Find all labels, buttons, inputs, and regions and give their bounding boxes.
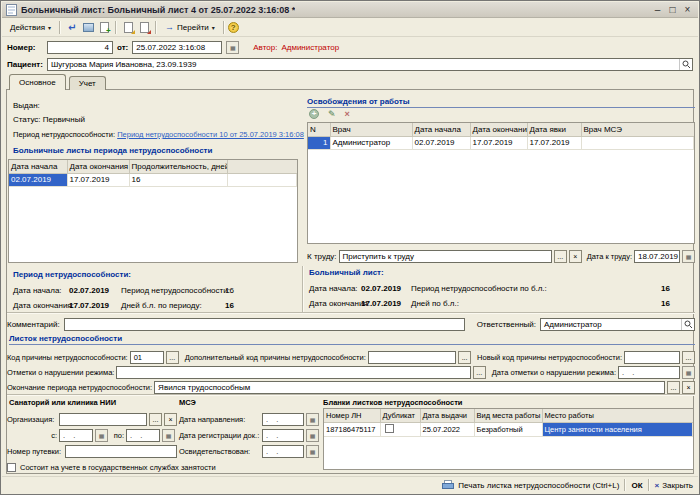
days-bl-label: Дней по б.л.: (411, 299, 661, 308)
cell-start-date[interactable]: 02.07.2019 (412, 136, 470, 149)
divider (7, 394, 695, 396)
calendar-icon[interactable]: ▦ (95, 429, 108, 442)
close-icon[interactable]: × (681, 3, 694, 16)
new-document-icon[interactable]: + (96, 20, 112, 34)
column-header: Дата окончания (470, 123, 527, 136)
cause-code-input[interactable]: 01 (130, 351, 164, 364)
cell-visit-date[interactable]: 17.07.2019 (527, 136, 581, 149)
calendar-icon[interactable]: ▦ (682, 366, 695, 379)
calendar-icon[interactable]: ▦ (682, 250, 695, 263)
registration-date-label: Дата регистрации док.: (179, 431, 260, 440)
author-label: Автор: (253, 43, 277, 52)
cell-work-place[interactable]: Центр занятости населения (542, 422, 693, 436)
calendar-icon[interactable]: ▦ (306, 429, 319, 442)
goto-menu-button[interactable]: → Перейти ▾ (160, 20, 220, 34)
duplicate-checkbox[interactable] (385, 424, 394, 433)
clear-icon[interactable]: × (164, 413, 177, 426)
additional-code-input[interactable] (368, 351, 456, 364)
cell-doctor[interactable]: Администратор (330, 136, 412, 149)
sick-list-summary-line2: Дата окончания: 17.07.2019 Дней по б.л.:… (309, 297, 681, 309)
from-date-input[interactable]: . . (59, 429, 93, 442)
ellipsis-icon[interactable]: ... (166, 351, 179, 364)
copy-document-icon[interactable] (120, 20, 136, 34)
employment-checkbox-label: Состоит на учете в государственных служб… (20, 463, 216, 472)
tab-main[interactable]: Основное (9, 74, 66, 90)
organization-input[interactable] (59, 413, 147, 426)
cell-mse-doctor[interactable] (581, 136, 694, 149)
column-header: Дата начала (412, 123, 470, 136)
from-label: с: (7, 431, 57, 440)
cell-issue-date[interactable]: 25.07.2022 (420, 422, 474, 436)
view-icon[interactable] (80, 20, 96, 34)
releases-section-header: Освобождения от работы (307, 95, 695, 108)
examined-date-input[interactable]: . . (262, 445, 304, 458)
magnifier-icon[interactable] (679, 59, 692, 70)
document-icon (6, 4, 17, 16)
add-row-icon[interactable]: + (309, 109, 319, 119)
ellipsis-icon[interactable]: ... (554, 250, 567, 263)
cell-start-date[interactable]: 02.07.2019 (9, 173, 67, 186)
referral-date-label: Дата направления: (179, 415, 260, 424)
period-link[interactable]: Период нетрудоспособности 10 от 25.07.20… (117, 130, 304, 139)
ellipsis-icon[interactable]: ... (149, 413, 162, 426)
calendar-icon[interactable]: ▦ (226, 41, 239, 54)
issued-label: Выдан: (13, 101, 40, 110)
maximize-icon[interactable]: □ (666, 3, 679, 16)
magnifier-icon[interactable] (681, 319, 694, 330)
minimize-icon[interactable]: – (651, 3, 664, 16)
delete-row-icon[interactable]: × (345, 109, 350, 119)
to-date-input[interactable]: . . (126, 429, 160, 442)
actions-menu-button[interactable]: Действия ▾ (5, 21, 56, 34)
close-button[interactable]: × Закрыть (655, 481, 693, 490)
print-button[interactable]: Печать листка нетрудоспособности (Ctrl+L… (442, 480, 619, 490)
comment-input[interactable] (64, 318, 465, 331)
responsible-input[interactable]: Администратор (540, 318, 695, 331)
voucher-input[interactable] (65, 445, 177, 458)
calendar-icon[interactable]: ▦ (306, 445, 319, 458)
number-input[interactable]: 4 (47, 41, 113, 54)
clear-icon[interactable]: × (569, 250, 582, 263)
start-date-label: Дата начала: (309, 284, 361, 293)
save-record-icon[interactable]: ↵ (64, 20, 80, 34)
ok-button[interactable]: ОК (631, 481, 642, 490)
date-input[interactable]: 25.07.2022 3:16:08 (132, 41, 222, 54)
table-row[interactable]: 02.07.2019 17.07.2019 16 (9, 173, 297, 186)
edit-row-icon[interactable]: ✎ (328, 109, 336, 119)
cell-work-type[interactable]: Безработный (474, 422, 542, 436)
help-icon[interactable]: ? (228, 22, 239, 33)
cell-row-number[interactable]: 1 (308, 136, 330, 149)
to-work-date-input[interactable]: 18.07.2019 (634, 250, 680, 263)
ellipsis-icon[interactable]: ... (458, 351, 471, 364)
employment-checkbox[interactable] (7, 463, 16, 472)
to-work-input[interactable]: Приступить к труду (339, 250, 552, 263)
patient-input[interactable]: Шугурова Мария Ивановна, 23.09.1939 (47, 58, 693, 71)
cell-end-date[interactable]: 17.07.2019 (67, 173, 129, 186)
ellipsis-icon[interactable]: ... (667, 381, 680, 394)
violation-input[interactable] (116, 366, 470, 379)
new-code-input[interactable] (624, 351, 680, 364)
ellipsis-icon[interactable]: ... (682, 351, 695, 364)
calendar-icon[interactable]: ▦ (162, 429, 175, 442)
table-row[interactable]: 1 Администратор 02.07.2019 17.07.2019 17… (308, 136, 694, 149)
violation-date-input[interactable]: . . (618, 366, 680, 379)
ellipsis-icon[interactable]: ... (473, 366, 486, 379)
registration-date-input[interactable]: . . (262, 429, 304, 442)
cell-duration[interactable]: 16 (129, 173, 227, 186)
reread-document-icon[interactable] (136, 20, 152, 34)
clear-icon[interactable]: × (682, 381, 695, 394)
status-row: Статус: Первичный (13, 115, 85, 124)
cell-duplicate[interactable] (380, 422, 420, 436)
date-range-row: с: . . ▦ по: . . ▦ (7, 428, 177, 442)
calendar-icon[interactable]: ▦ (306, 413, 319, 426)
window-controls: – □ × (651, 3, 694, 16)
cell-ln-number[interactable]: 187186475117 (324, 422, 380, 436)
referral-date-input[interactable]: . . (262, 413, 304, 426)
cell-end-date[interactable]: 17.07.2019 (470, 136, 527, 149)
tab-accounting[interactable]: Учет (69, 76, 106, 90)
sick-list-summary-line1: Дата начала: 02.07.2019 Период нетрудосп… (309, 282, 681, 294)
column-header: Дата окончания (67, 160, 129, 173)
table-row[interactable]: 187186475117 25.07.2022 Безработный Цент… (324, 422, 693, 436)
end-period-input[interactable]: Явился трудоспособным (154, 381, 665, 394)
new-code-label: Новый код причины нетрудоспособности: (477, 353, 622, 362)
column-header: Врач МСЭ (581, 123, 694, 136)
